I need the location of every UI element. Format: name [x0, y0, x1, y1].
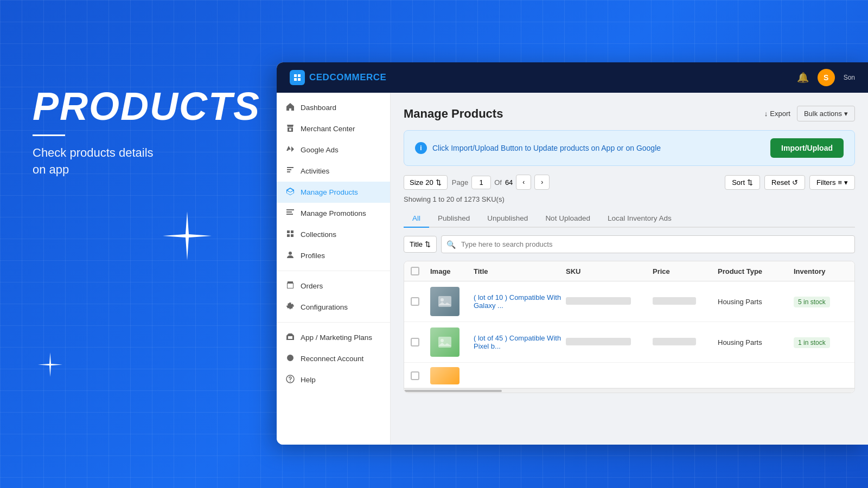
sidebar-item-manage-products[interactable]: Manage Products: [277, 182, 390, 203]
logo-text: CEDCOMMERCE: [309, 72, 386, 83]
sort-label: Sort: [732, 178, 745, 187]
reset-button[interactable]: Reset ↺: [764, 175, 805, 190]
title-select[interactable]: Title ⇅: [404, 236, 437, 253]
svg-point-8: [441, 339, 444, 342]
table-row: ( lot of 45 ) Compatible With Pixel b...…: [404, 322, 854, 363]
bulk-actions-button[interactable]: Bulk actions ▾: [797, 106, 855, 121]
topbar-right: 🔔 S Son: [797, 69, 855, 86]
export-button[interactable]: ↓ Export: [764, 110, 790, 118]
next-page-button[interactable]: ›: [534, 175, 550, 190]
row-2-product-type: Housing Parts: [718, 338, 794, 346]
sidebar-label-merchant: Merchant Center: [301, 125, 355, 133]
avatar: S: [818, 69, 835, 86]
svg-rect-1: [286, 211, 292, 213]
hero-title: PRODUCTS: [33, 87, 260, 126]
filters-label: Filters: [816, 178, 835, 187]
bulk-actions-label: Bulk actions: [804, 110, 842, 118]
orders-icon: [285, 281, 295, 291]
row-1-inventory: 5 in stock: [794, 298, 848, 306]
sidebar-item-reconnect-account[interactable]: Reconnect Account: [277, 348, 390, 369]
row-1-price: [653, 297, 718, 306]
svg-point-3: [289, 252, 292, 255]
tab-published[interactable]: Published: [429, 210, 478, 228]
svg-rect-0: [286, 209, 294, 210]
info-banner: i Click Import/Upload Button to Update p…: [404, 130, 855, 166]
page-input[interactable]: [471, 176, 491, 189]
tab-all[interactable]: All: [404, 210, 429, 228]
row-1-image: [430, 287, 474, 316]
import-upload-button[interactable]: Import/Upload: [770, 138, 844, 158]
user-name: Son: [844, 74, 855, 81]
product-image-1: [430, 287, 459, 316]
tab-not-uploaded[interactable]: Not Uploaded: [537, 210, 599, 228]
info-circle-icon: i: [415, 142, 427, 154]
table-row: ( lot of 10 ) Compatible With Galaxy ...…: [404, 281, 854, 322]
pagination: Page Of 64 ‹ ›: [452, 175, 550, 190]
marketing-icon: [285, 332, 295, 343]
sidebar-item-dashboard[interactable]: Dashboard: [277, 97, 390, 118]
row-2-stock-badge: 1 in stock: [794, 337, 830, 348]
sidebar-item-orders[interactable]: Orders: [277, 275, 390, 297]
sidebar-item-app-marketing[interactable]: App / Marketing Plans: [277, 327, 390, 348]
info-banner-left: i Click Import/Upload Button to Update p…: [415, 142, 661, 154]
sidebar-item-profiles[interactable]: Profiles: [277, 245, 390, 266]
row-1-sku-value: [566, 297, 631, 305]
manage-products-icon: [285, 187, 295, 197]
row-2-sku-value: [566, 338, 631, 345]
product-image-3: [430, 367, 459, 384]
sidebar-divider-2: [277, 322, 390, 323]
tab-local-inventory-ads-label: Local Inventory Ads: [608, 214, 672, 222]
toolbar-right: Sort ⇅ Reset ↺ Filters ≡ ▾: [725, 175, 855, 190]
configurations-icon: [285, 302, 295, 312]
header-checkbox-col: [411, 267, 430, 275]
info-banner-message: Click Import/Upload Button to Update pro…: [432, 144, 661, 152]
tab-unpublished[interactable]: Unpublished: [478, 210, 537, 228]
row-2-title-text[interactable]: ( lot of 45 ) Compatible With Pixel b...: [474, 334, 561, 350]
tabs-row: All Published Unpublished Not Uploaded L…: [404, 210, 855, 228]
filters-button[interactable]: Filters ≡ ▾: [809, 175, 855, 190]
sort-button[interactable]: Sort ⇅: [725, 175, 760, 190]
hero-section: PRODUCTS Check products detailson app: [33, 87, 260, 178]
tab-local-inventory-ads[interactable]: Local Inventory Ads: [599, 210, 680, 228]
row-1-select[interactable]: [411, 297, 419, 306]
row-3-checkbox: [411, 371, 430, 380]
main-area: Dashboard Merchant Center Google Ads Act…: [277, 93, 868, 445]
app-window: CEDCOMMERCE 🔔 S Son Dashboard Merchant C…: [277, 62, 868, 445]
scroll-thumb[interactable]: [404, 390, 502, 392]
sidebar-label-google-ads: Google Ads: [301, 146, 339, 154]
sidebar-item-google-ads[interactable]: Google Ads: [277, 139, 390, 160]
profiles-icon: [285, 251, 295, 261]
sidebar-item-activities[interactable]: Activities: [277, 160, 390, 182]
row-3-select[interactable]: [411, 371, 419, 380]
prev-page-button[interactable]: ‹: [516, 175, 531, 190]
header-actions: ↓ Export Bulk actions ▾: [764, 106, 855, 121]
row-2-select[interactable]: [411, 338, 419, 346]
sidebar-label-orders: Orders: [301, 282, 323, 290]
page-title: Manage Products: [404, 107, 503, 121]
sidebar-item-configurations[interactable]: Configurations: [277, 297, 390, 318]
search-input[interactable]: [441, 235, 855, 253]
row-1-title-text[interactable]: ( lot of 10 ) Compatible With Galaxy ...: [474, 293, 561, 310]
svg-point-6: [441, 298, 444, 301]
header-title-col: Title: [474, 267, 566, 275]
product-image-2: [430, 328, 459, 357]
sidebar-item-manage-promotions[interactable]: Manage Promotions: [277, 203, 390, 224]
img-placeholder-1: [430, 287, 459, 316]
sidebar-divider-1: [277, 271, 390, 271]
sidebar-label-configurations: Configurations: [301, 303, 348, 311]
content-area: Manage Products ↓ Export Bulk actions ▾ …: [391, 93, 868, 445]
showing-text: Showing 1 to 20 of 1273 SKU(s): [404, 195, 505, 203]
total-pages: 64: [505, 178, 513, 187]
row-2-price-value: [653, 338, 696, 345]
bell-icon[interactable]: 🔔: [797, 72, 809, 84]
tab-not-uploaded-label: Not Uploaded: [545, 214, 590, 222]
sidebar-item-merchant-center[interactable]: Merchant Center: [277, 118, 390, 139]
sidebar-item-help[interactable]: Help: [277, 369, 390, 390]
logo-icon: [290, 70, 305, 85]
export-label: Export: [770, 110, 790, 118]
sidebar-item-collections[interactable]: Collections: [277, 224, 390, 245]
size-select[interactable]: Size 20 ⇅: [404, 175, 448, 190]
select-all-checkbox[interactable]: [411, 267, 419, 275]
of-label: Of: [494, 178, 502, 187]
row-1-sku: [566, 297, 653, 306]
